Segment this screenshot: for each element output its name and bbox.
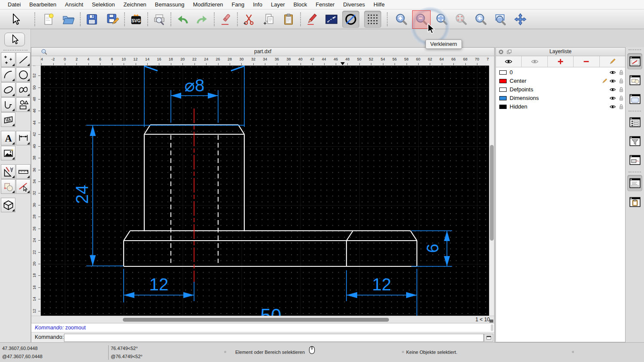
lock-icon[interactable] <box>618 69 625 76</box>
dimension-tool-button[interactable] <box>16 131 30 145</box>
print-preview-button[interactable] <box>151 11 168 28</box>
layer-toolbar-eye-black-button[interactable] <box>496 56 522 67</box>
circle-tool-button[interactable] <box>342 11 359 28</box>
layer-row-dimensions[interactable]: Dimensions <box>496 94 625 103</box>
layer-toolbar-pencil-orange-button[interactable] <box>600 56 625 67</box>
draw-pencil-button[interactable] <box>304 11 321 28</box>
menu-block[interactable]: Block <box>289 0 311 9</box>
dock-layer-list-button[interactable] <box>627 53 642 69</box>
box3d-tool-button[interactable] <box>1 198 15 212</box>
svg-export-button[interactable]: SVG <box>128 11 145 28</box>
shapes-tool-button[interactable] <box>16 97 30 112</box>
zoom-window-button[interactable] <box>492 11 509 28</box>
menu-hilfe[interactable]: Hilfe <box>369 0 389 9</box>
layer-color-swatch[interactable] <box>499 79 507 83</box>
redo-button[interactable] <box>194 11 211 28</box>
toolbar-separator <box>170 12 171 26</box>
layer-toolbar-plus-red-button[interactable] <box>548 56 574 67</box>
line-tool-button[interactable] <box>16 52 30 67</box>
canvas-horizontal-scrollbar[interactable]: 1 < 10 <box>31 316 494 323</box>
layer-panel-titlebar[interactable]: Layerliste <box>496 48 625 56</box>
canvas-vertical-scrollbar[interactable] <box>489 66 494 316</box>
dock-block-list-button[interactable] <box>627 72 642 88</box>
selection-arrow-button[interactable] <box>7 11 24 28</box>
layer-row-defpoints[interactable]: Defpoints <box>496 85 625 94</box>
measure-tool-button[interactable] <box>16 164 30 179</box>
ruler-label: 38 <box>32 156 36 160</box>
layer-color-swatch[interactable] <box>499 87 507 92</box>
drawing-canvas[interactable]: ⌀8 24 6 12 12 50 <box>41 66 489 316</box>
layer-row-0[interactable]: 0 <box>496 68 625 77</box>
zoom-in-button[interactable] <box>393 11 410 28</box>
select-tool-button[interactable] <box>4 33 25 46</box>
document-titlebar[interactable]: part.dxf <box>31 48 494 56</box>
open-file-button[interactable] <box>60 11 77 28</box>
hatch-tool-button[interactable] <box>1 112 15 127</box>
circle-tool-button[interactable] <box>16 67 30 82</box>
spline-tool-button[interactable] <box>16 82 30 97</box>
dock-clipboard-button[interactable] <box>627 194 642 210</box>
points-tool-button[interactable] <box>1 52 15 67</box>
menu-datei[interactable]: Datei <box>3 0 25 9</box>
lock-icon[interactable] <box>618 78 625 84</box>
menu-fang[interactable]: Fang <box>228 0 249 9</box>
eye-icon[interactable] <box>609 78 616 84</box>
lock-icon[interactable] <box>618 95 625 102</box>
vertical-scroll-thumb[interactable] <box>490 145 494 241</box>
paste-button[interactable] <box>280 11 297 28</box>
menu-bemassung[interactable]: Bemassung <box>151 0 189 9</box>
horizontal-scroll-thumb[interactable] <box>123 318 389 322</box>
eye-icon[interactable] <box>609 69 616 76</box>
save-as-button[interactable] <box>104 11 121 28</box>
eye-icon[interactable] <box>609 103 616 110</box>
menu-info[interactable]: Info <box>249 0 267 9</box>
dock-property-list-button[interactable] <box>627 114 642 130</box>
polyline-tool-button[interactable] <box>1 97 15 112</box>
pan-button[interactable] <box>512 11 529 28</box>
eye-icon[interactable] <box>609 86 616 93</box>
layer-row-center[interactable]: Center <box>496 77 625 85</box>
menu-ansicht[interactable]: Ansicht <box>61 0 88 9</box>
menu-bearbeiten[interactable]: Bearbeiten <box>25 0 61 9</box>
undo-button[interactable] <box>174 11 191 28</box>
modify-tool-button[interactable] <box>1 179 15 194</box>
dock-command-line-button[interactable] <box>627 175 642 191</box>
lock-icon[interactable] <box>618 103 625 110</box>
dimension-arrows <box>90 93 450 298</box>
history-scrollbar[interactable] <box>491 324 493 331</box>
trim-tool-button[interactable] <box>16 179 30 194</box>
arc-tool-button[interactable] <box>1 67 15 82</box>
menu-diverses[interactable]: Diverses <box>339 0 369 9</box>
menu-zeichnen[interactable]: Zeichnen <box>119 0 150 9</box>
save-button[interactable] <box>83 11 100 28</box>
layer-color-swatch[interactable] <box>499 105 507 109</box>
dock-wall-button[interactable] <box>627 152 642 168</box>
line-tool-button[interactable] <box>323 11 340 28</box>
zoom-previous-button[interactable] <box>472 11 489 28</box>
dock-selection-filter-button[interactable] <box>627 133 642 149</box>
ellipse-tool-button[interactable] <box>1 82 15 97</box>
layer-toolbar-eye-gray-button[interactable] <box>522 56 547 67</box>
dock-library-button[interactable] <box>627 91 642 107</box>
text-tool-button[interactable]: A <box>1 131 15 145</box>
copy-button[interactable] <box>260 11 277 28</box>
menu-fenster[interactable]: Fenster <box>311 0 339 9</box>
layer-color-swatch[interactable] <box>499 70 507 75</box>
new-file-button[interactable] <box>40 11 57 28</box>
eye-icon[interactable] <box>609 95 616 102</box>
command-input[interactable] <box>64 334 484 342</box>
zoom-auto-button[interactable] <box>453 11 470 28</box>
drafting-tool-button[interactable] <box>1 164 15 179</box>
delete-eraser-button[interactable] <box>217 11 234 28</box>
menu-layer[interactable]: Layer <box>267 0 289 9</box>
menu-modifizieren[interactable]: Modifizieren <box>189 0 228 9</box>
cut-button[interactable] <box>240 11 258 28</box>
image-tool-button[interactable] <box>1 146 15 160</box>
layer-row-hidden[interactable]: Hidden <box>496 103 625 111</box>
lock-icon[interactable] <box>618 86 625 93</box>
grid-toggle-button[interactable] <box>364 11 381 28</box>
layer-toolbar-minus-red-button[interactable] <box>574 56 599 67</box>
menu-selektion[interactable]: Selektion <box>88 0 119 9</box>
layer-color-swatch[interactable] <box>499 96 507 100</box>
command-panel-button[interactable] <box>484 334 493 342</box>
